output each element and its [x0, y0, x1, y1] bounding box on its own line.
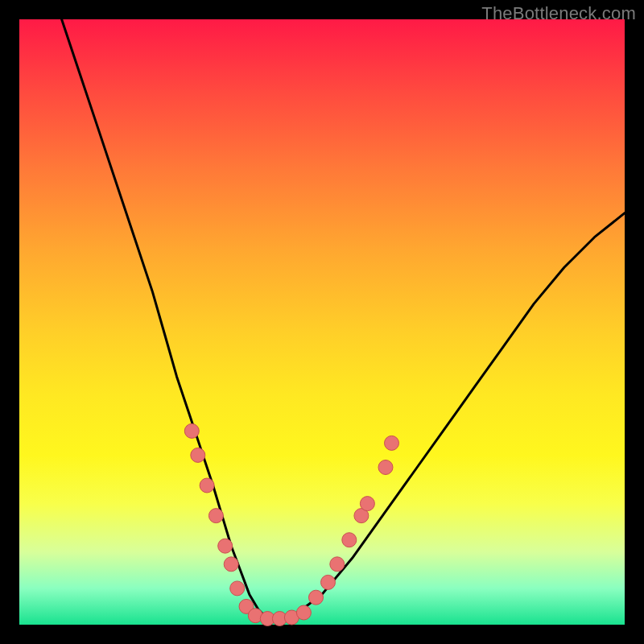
data-marker — [200, 478, 214, 493]
data-marker — [309, 590, 324, 605]
data-marker — [218, 539, 233, 553]
watermark-text: TheBottleneck.com — [481, 3, 636, 24]
data-marker — [330, 557, 345, 572]
data-marker — [385, 436, 399, 450]
data-marker — [230, 581, 245, 596]
plot-area — [19, 19, 625, 625]
data-marker — [224, 557, 238, 572]
data-marker — [296, 605, 311, 620]
data-marker — [191, 448, 205, 462]
marker-group — [184, 423, 398, 625]
data-marker — [342, 533, 357, 547]
chart-svg — [19, 19, 625, 625]
bottleneck-curve — [62, 19, 625, 619]
data-marker — [184, 423, 199, 438]
data-marker — [208, 509, 223, 523]
data-marker — [321, 575, 336, 589]
data-marker — [360, 497, 374, 511]
data-marker — [378, 460, 393, 475]
chart-frame: TheBottleneck.com — [0, 0, 644, 644]
